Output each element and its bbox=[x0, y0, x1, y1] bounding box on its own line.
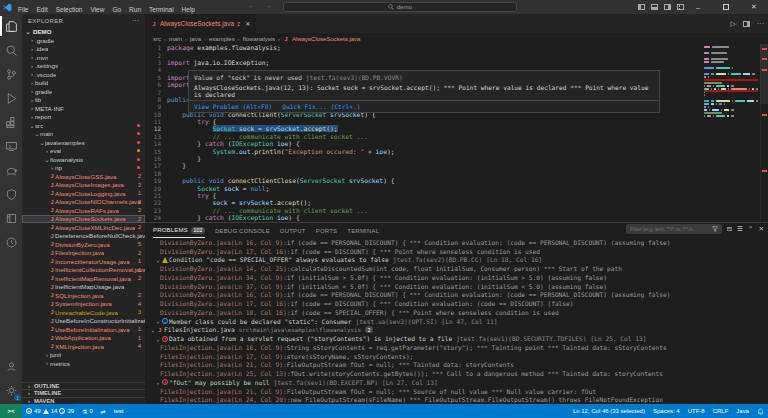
settings-icon[interactable]: 1 bbox=[0, 378, 22, 402]
problem-row[interactable]: ⌄✕Data obtained from a servlet request (… bbox=[145, 334, 768, 343]
run-debug-icon[interactable] bbox=[0, 86, 22, 110]
tree-file-alwayscloseimages-java[interactable]: JAlwaysCloseImages.java2 bbox=[22, 181, 145, 190]
tree-file-webapplication-java[interactable]: JWebApplication.java1 bbox=[22, 334, 145, 343]
tooltip-action-view[interactable]: View Problem (Alt+F8) bbox=[194, 103, 272, 110]
shield-icon[interactable] bbox=[0, 182, 22, 206]
source-control-icon[interactable] bbox=[0, 62, 22, 86]
status-spaces[interactable]: Spaces: 4 bbox=[649, 404, 684, 418]
tree-folder-junit[interactable]: ›junit bbox=[22, 351, 145, 360]
problems-summary[interactable]: ✕ 49 14 i 39 bbox=[22, 404, 78, 418]
panel-tab-ports[interactable]: PORTS bbox=[316, 223, 338, 238]
tree-file-alwaysclosegss-java[interactable]: JAlwaysCloseGSS.java2 bbox=[22, 172, 145, 181]
code-editor[interactable]: 1package examples.flowanalysis;23import … bbox=[145, 44, 768, 222]
tree-file-inefficientmapusage-java[interactable]: JInefficientMapUsage.java bbox=[22, 283, 145, 292]
problem-row[interactable]: FilesInjection.java(Ln 24, Col 20): new … bbox=[145, 396, 768, 405]
problem-row[interactable]: DivisionByZero.java(Ln 14, Col 25): calc… bbox=[145, 264, 768, 273]
problem-row[interactable]: ⌄JFilesInjection.javasrc\main\java\examp… bbox=[145, 326, 768, 335]
problem-row[interactable]: DivisionByZero.java(Ln 18, Col 16): if (… bbox=[145, 308, 768, 317]
book-icon[interactable] bbox=[0, 206, 22, 230]
collapse-all-icon[interactable]: ⊟ bbox=[727, 225, 732, 233]
feedback-icon[interactable]: ⇄ bbox=[97, 404, 110, 418]
tree-file-systeminjection-java[interactable]: JSystemInjection.java4 bbox=[22, 300, 145, 309]
tree-file-usebeforeinconstructorinitialization-java[interactable]: JUseBeforeInConstructorInitialization.ja… bbox=[22, 317, 145, 326]
tree-folder-np[interactable]: ›np bbox=[22, 164, 145, 173]
panel-tab-problems[interactable]: PROBLEMS102 bbox=[153, 223, 205, 238]
jtest-icon[interactable] bbox=[0, 158, 22, 182]
code-line-15[interactable]: 15 System.out.println("Exception occured… bbox=[145, 147, 768, 154]
problem-row[interactable]: DivisionByZero.java(Ln 17, Col 16): if (… bbox=[145, 299, 768, 308]
panel-tab-output[interactable]: OUTPUT bbox=[280, 223, 306, 238]
problem-row[interactable]: DivisionByZero.java(Ln 17, Col 16): if (… bbox=[145, 247, 768, 256]
tree-folder--vscode[interactable]: ›.vscode bbox=[22, 70, 145, 79]
section-maven[interactable]: ›MAVEN bbox=[22, 397, 145, 405]
code-line-13[interactable]: 13 // ... communicate with client socket… bbox=[145, 133, 768, 140]
tree-file-inefficientcollectionremoval-java[interactable]: JInefficientCollectionRemoval.java1 bbox=[22, 266, 145, 275]
toggle-panel-icon[interactable] bbox=[651, 4, 658, 10]
command-center-search[interactable]: demo bbox=[283, 2, 517, 12]
history-nav-arrows[interactable]: ← → bbox=[248, 2, 276, 9]
breadcrumb-item[interactable]: main bbox=[169, 36, 182, 42]
explorer-icon[interactable] bbox=[0, 14, 22, 38]
panel-tab-debug-console[interactable]: DEBUG CONSOLE bbox=[215, 223, 270, 238]
problem-row[interactable]: DivisionByZero.java(Ln 16, Col 9): if (c… bbox=[145, 291, 768, 300]
split-editor-icon[interactable] bbox=[743, 21, 750, 27]
tree-file-usebeforeinitialization-java[interactable]: JUseBeforeInitialization.java1 bbox=[22, 325, 145, 334]
menu-view[interactable]: View bbox=[86, 6, 108, 13]
code-line-19[interactable]: 19 public void connectClientClose(Server… bbox=[145, 177, 768, 184]
problem-row[interactable]: FilesInjection.java(Ln 21, Col 9): FileO… bbox=[145, 361, 768, 370]
editor-scrollbar[interactable] bbox=[760, 44, 768, 104]
problem-row[interactable]: ⌄Condition "code == SPECIAL_OFFER" alway… bbox=[145, 256, 768, 265]
notifications-bell-icon[interactable] bbox=[753, 404, 768, 418]
tree-file-incorrectiteratorusage-java[interactable]: JIncorrectIteratorUsage.java1 bbox=[22, 257, 145, 266]
menu-selection[interactable]: Selection bbox=[52, 6, 87, 13]
tooltip-action-quick[interactable]: Quick Fix... (Ctrl+.) bbox=[282, 103, 360, 110]
account-icon[interactable] bbox=[0, 354, 22, 378]
problem-row[interactable]: DivisionByZero.java(Ln 37, Col 9): if (i… bbox=[145, 282, 768, 291]
tree-folder-flowanalysis[interactable]: ⌄flowanalysis bbox=[22, 155, 145, 164]
maximize-button[interactable] bbox=[712, 0, 740, 14]
minimap[interactable] bbox=[704, 46, 758, 138]
menu-run[interactable]: Run bbox=[125, 6, 145, 13]
tree-folder-lib[interactable]: ›lib bbox=[22, 96, 145, 105]
code-line-17[interactable]: 17 } bbox=[145, 162, 768, 169]
code-line-12[interactable]: 12 Socket sock = srvSocket.accept(); bbox=[145, 125, 768, 132]
tree-file-xmlinjection-java[interactable]: JXMLInjection.java4 bbox=[22, 342, 145, 351]
view-as-table-icon[interactable]: ☰ bbox=[737, 225, 743, 233]
tree-folder--mvn[interactable]: ›.mvn bbox=[22, 53, 145, 62]
tree-file-alwaysclosesockets-java[interactable]: JAlwaysCloseSockets.java2 bbox=[22, 215, 145, 224]
maximize-panel-icon[interactable]: ⌃ bbox=[748, 225, 753, 233]
tab-alwaysclosesockets[interactable]: J AlwaysCloseSockets.java 2 ✕ bbox=[145, 14, 257, 33]
minimize-button[interactable]: – bbox=[684, 0, 712, 14]
editor-more-actions-icon[interactable]: ··· bbox=[757, 20, 764, 27]
tree-folder--gradle[interactable]: ›.gradle bbox=[22, 36, 145, 45]
menu-file[interactable]: File bbox=[14, 6, 32, 13]
tree-file-alwayscloseniochannels-java[interactable]: JAlwaysCloseNIOChannels.java3 bbox=[22, 198, 145, 207]
tree-folder-gradle[interactable]: ›gradle bbox=[22, 87, 145, 96]
run-button[interactable]: ▷ bbox=[731, 20, 736, 28]
problem-row[interactable]: FilesInjection.java(Ln 17, Col 9): store… bbox=[145, 352, 768, 361]
problem-row[interactable]: FilesInjection.java(Ln 16, Col 9): Strin… bbox=[145, 343, 768, 352]
tree-file-alwaysclosexmlincdec-java[interactable]: JAlwaysCloseXMLIncDec.java2 bbox=[22, 223, 145, 232]
remote-explorer-icon[interactable] bbox=[0, 134, 22, 158]
tree-file-filesinjection-java[interactable]: JFilesInjection.java2 bbox=[22, 249, 145, 258]
tree-file-unreachablecode-java[interactable]: JUnreachableCode.java3 bbox=[22, 308, 145, 317]
filter-input[interactable] bbox=[630, 226, 710, 232]
clock-icon[interactable] bbox=[0, 230, 22, 254]
code-line-2[interactable]: 2 bbox=[145, 51, 768, 58]
filter-funnel-icon[interactable] bbox=[712, 226, 718, 232]
code-line-3[interactable]: 3import java.io.IOException; bbox=[145, 59, 768, 66]
code-line-21[interactable]: 21 try { bbox=[145, 192, 768, 199]
test-status[interactable]: ⚗ 0 bbox=[78, 404, 97, 418]
code-line-24[interactable]: 24 } catch (IOException ioe) { bbox=[145, 214, 768, 221]
status-utf-8[interactable]: UTF-8 bbox=[684, 404, 709, 418]
status-ln[interactable]: Ln 12, Col 46 (33 selected) bbox=[569, 404, 649, 418]
tree-folder--settings[interactable]: ›.settings bbox=[22, 62, 145, 71]
search-icon[interactable] bbox=[0, 38, 22, 62]
tree-file-alwayscloserafs-java[interactable]: JAlwaysCloseRAFs.java2 bbox=[22, 206, 145, 215]
problems-filter-input[interactable] bbox=[626, 224, 722, 234]
remote-indicator[interactable]: >< bbox=[0, 404, 22, 418]
section-timeline[interactable]: ›TIMELINE bbox=[22, 389, 145, 397]
breadcrumb-item[interactable]: AlwaysCloseSockets.java bbox=[292, 36, 360, 42]
customize-layout-icon[interactable] bbox=[677, 4, 684, 10]
tree-folder-main[interactable]: ⌄main bbox=[22, 130, 145, 139]
